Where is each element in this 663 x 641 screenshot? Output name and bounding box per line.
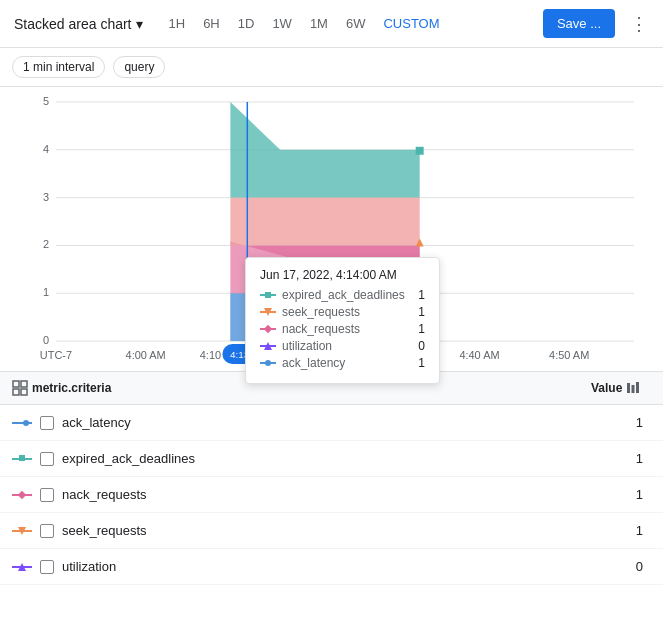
tooltip-label-util: utilization (282, 339, 412, 353)
metric-cell-util: utilization (12, 559, 242, 574)
tooltip: Jun 17, 2022, 4:14:00 AM expired_ack_dea… (245, 257, 440, 384)
nack-checkbox[interactable] (40, 488, 54, 502)
expired-icon (12, 452, 32, 466)
table-container: metric.criteria Value ack_latency 1 (0, 372, 663, 585)
metric-cell-seek: seek_requests (12, 523, 242, 538)
columns-icon (626, 381, 640, 395)
table-row[interactable]: nack_requests 1 (0, 477, 663, 513)
chart-title-label: Stacked area chart (14, 16, 132, 32)
filter-row: 1 min interval query (0, 48, 663, 87)
seek-value: 1 (591, 523, 651, 538)
chart-title-dropdown[interactable]: Stacked area chart ▾ (8, 12, 149, 36)
util-icon (12, 560, 32, 574)
svg-text:5: 5 (43, 95, 49, 107)
svg-text:4:50 AM: 4:50 AM (549, 349, 589, 361)
nack-name: nack_requests (62, 487, 147, 502)
nack-value: 1 (591, 487, 651, 502)
query-chip[interactable]: query (113, 56, 165, 78)
tooltip-row-nack: nack_requests 1 (260, 322, 425, 336)
seek-checkbox[interactable] (40, 524, 54, 538)
header: Stacked area chart ▾ 1H 6H 1D 1W 1M 6W C… (0, 0, 663, 48)
svg-rect-49 (627, 383, 630, 393)
svg-text:4:00 AM: 4:00 AM (126, 349, 166, 361)
tooltip-icon-ack (260, 358, 276, 368)
nack-icon (12, 488, 32, 502)
svg-rect-47 (13, 389, 19, 395)
table-row[interactable]: utilization 0 (0, 549, 663, 585)
table-row[interactable]: seek_requests 1 (0, 513, 663, 549)
util-checkbox[interactable] (40, 560, 54, 574)
svg-rect-51 (636, 382, 639, 393)
more-options-button[interactable]: ⋮ (623, 8, 655, 40)
ack-latency-value: 1 (591, 415, 651, 430)
tooltip-title: Jun 17, 2022, 4:14:00 AM (260, 268, 425, 282)
seek-icon (12, 524, 32, 538)
time-btn-1w[interactable]: 1W (264, 10, 300, 37)
seek-name: seek_requests (62, 523, 147, 538)
tooltip-icon-seek (260, 307, 276, 317)
value-label: Value (591, 381, 622, 395)
svg-point-53 (23, 420, 29, 426)
chart-container[interactable]: 5 4 3 2 1 0 UTC-7 4:00 AM 4:10 4:20 AM 4… (0, 87, 663, 372)
metric-cell-ack: ack_latency (12, 415, 242, 430)
table-row[interactable]: ack_latency 1 (0, 405, 663, 441)
expired-value: 1 (591, 451, 651, 466)
svg-rect-40 (264, 325, 272, 333)
svg-rect-46 (21, 381, 27, 387)
time-btn-1d[interactable]: 1D (230, 10, 263, 37)
tooltip-label-seek: seek_requests (282, 305, 412, 319)
svg-rect-31 (416, 147, 424, 155)
tooltip-label-nack: nack_requests (282, 322, 412, 336)
table-row[interactable]: expired_ack_deadlines 1 (0, 441, 663, 477)
tooltip-icon-util (260, 341, 276, 351)
tooltip-val-expired: 1 (418, 288, 425, 302)
metric-cell-expired: expired_ack_deadlines (12, 451, 242, 466)
metric-criteria-header: metric.criteria (12, 380, 242, 396)
time-btn-1m[interactable]: 1M (302, 10, 336, 37)
svg-rect-55 (19, 455, 25, 461)
ack-latency-checkbox[interactable] (40, 416, 54, 430)
metric-criteria-icon (12, 380, 28, 396)
tooltip-label-expired: expired_ack_deadlines (282, 288, 412, 302)
svg-text:UTC-7: UTC-7 (40, 349, 72, 361)
svg-marker-25 (230, 102, 419, 198)
tooltip-row-ack: ack_latency 1 (260, 356, 425, 370)
interval-chip[interactable]: 1 min interval (12, 56, 105, 78)
time-buttons: 1H 6H 1D 1W 1M 6W CUSTOM (161, 10, 448, 37)
svg-rect-57 (18, 490, 26, 498)
more-icon: ⋮ (630, 13, 648, 35)
svg-text:3: 3 (43, 191, 49, 203)
util-value: 0 (591, 559, 651, 574)
tooltip-val-util: 0 (418, 339, 425, 353)
time-btn-1h[interactable]: 1H (161, 10, 194, 37)
expired-checkbox[interactable] (40, 452, 54, 466)
svg-text:0: 0 (43, 334, 49, 346)
tooltip-icon-nack (260, 324, 276, 334)
svg-text:4:40 AM: 4:40 AM (459, 349, 499, 361)
save-button[interactable]: Save ... (543, 9, 615, 38)
tooltip-label-ack: ack_latency (282, 356, 412, 370)
dropdown-icon: ▾ (136, 16, 143, 32)
svg-text:2: 2 (43, 238, 49, 250)
svg-marker-24 (230, 198, 419, 246)
metric-criteria-label: metric.criteria (32, 381, 111, 395)
util-name: utilization (62, 559, 116, 574)
time-btn-6w[interactable]: 6W (338, 10, 374, 37)
tooltip-val-ack: 1 (418, 356, 425, 370)
svg-point-44 (265, 360, 271, 366)
metric-cell-nack: nack_requests (12, 487, 242, 502)
tooltip-val-nack: 1 (418, 322, 425, 336)
svg-text:1: 1 (43, 286, 49, 298)
tooltip-row-expired: expired_ack_deadlines 1 (260, 288, 425, 302)
svg-rect-50 (632, 385, 635, 393)
svg-rect-45 (13, 381, 19, 387)
tooltip-row-util: utilization 0 (260, 339, 425, 353)
svg-rect-36 (265, 292, 271, 298)
value-header: Value (591, 381, 651, 395)
tooltip-val-seek: 1 (418, 305, 425, 319)
time-btn-6h[interactable]: 6H (195, 10, 228, 37)
svg-rect-48 (21, 389, 27, 395)
ack-latency-icon (12, 416, 32, 430)
time-btn-custom[interactable]: CUSTOM (375, 10, 447, 37)
tooltip-row-seek: seek_requests 1 (260, 305, 425, 319)
